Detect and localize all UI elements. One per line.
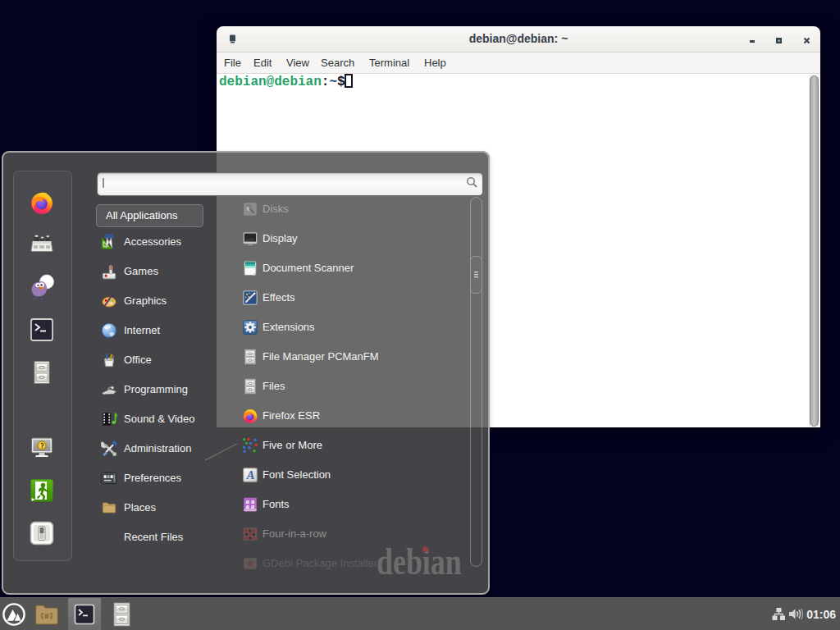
svg-text:A: A	[246, 468, 255, 482]
svg-text:a: a	[251, 503, 254, 510]
